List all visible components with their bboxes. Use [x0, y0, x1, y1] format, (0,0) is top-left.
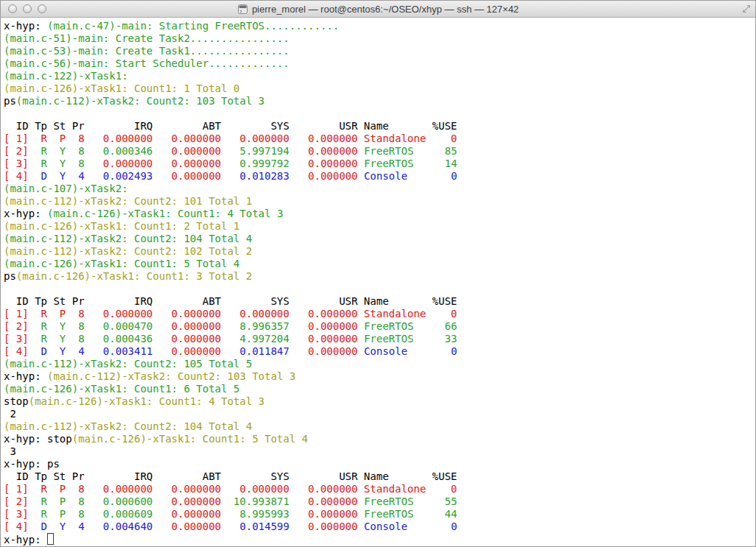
terminal-text-segment: 0.000000 — [290, 170, 358, 182]
terminal-line: [ 1] R P 8 0.000000 0.000000 0.000000 0.… — [4, 483, 755, 495]
terminal-text-segment: [ 3] — [4, 508, 29, 520]
terminal-text-segment: (main.c-126)-xTask1: Count1: 3 Total 2 — [16, 270, 252, 282]
terminal-text-segment: ps — [4, 95, 16, 107]
terminal-line: x-hyp: — [4, 533, 755, 546]
terminal-line: ID Tp St Pr IRQ ABT SYS USR Name %USE — [4, 295, 755, 308]
terminal-text-segment: ID Tp St Pr IRQ ABT SYS USR Name %USE — [4, 295, 457, 307]
terminal-text-segment: 0.000000 0.000000 — [85, 158, 221, 169]
terminal-line: [ 1] R P 8 0.000000 0.000000 0.000000 0.… — [4, 308, 755, 320]
terminal-text-segment: 10.993871 — [221, 495, 290, 507]
terminal-line: ps(main.c-126)-xTask1: Count1: 3 Total 2 — [4, 270, 755, 283]
window-title-area: pierre_morel — root@centos6:~/OSEO/xhyp … — [237, 4, 519, 15]
terminal-text-segment: (main.c-112)-xTask2: Count2: 104 Total 4 — [4, 233, 252, 244]
terminal-line: (main.c-51)-main: Create Task2..........… — [4, 32, 755, 45]
terminal-text-segment: Console 0 — [357, 520, 457, 532]
terminal-line: [ 3] R P 8 0.000609 0.000000 8.995993 0.… — [4, 508, 755, 520]
terminal-text-segment: 0.000000 — [153, 508, 221, 520]
terminal-text-segment: 0.000000 — [290, 320, 358, 332]
terminal-text-segment: 0.000000 — [290, 345, 358, 357]
terminal-line: [ 4] D Y 4 0.003411 0.000000 0.011847 0.… — [4, 345, 755, 358]
terminal-line: (main.c-122)-xTask1: — [4, 70, 755, 82]
terminal-text-segment: 0.000000 — [153, 320, 221, 332]
terminal-text-segment: (main.c-122)-xTask1: — [4, 70, 128, 82]
window-title: pierre_morel — root@centos6:~/OSEO/xhyp … — [252, 4, 519, 15]
terminal-line: (main.c-112)-xTask2: Count2: 105 Total 5 — [4, 358, 755, 370]
terminal-line: [ 2] R Y 8 0.000346 0.000000 5.997194 0.… — [4, 145, 755, 158]
terminal-text-segment: (main.c-126)-xTask1: Count1: 4 Total 3 — [29, 395, 265, 407]
terminal-text-segment: (main.c-107)-xTask2: — [4, 183, 128, 194]
terminal-text-segment: (main.c-53)-main: Create Task1..........… — [4, 45, 290, 57]
terminal-text-segment: (main.c-126)-xTask1: Count1: 1 Total 0 — [4, 82, 239, 94]
terminal-text-segment: ID Tp St Pr IRQ ABT SYS USR Name %USE — [4, 120, 457, 132]
terminal-line: [ 1] R P 8 0.000000 0.000000 0.000000 0.… — [4, 133, 755, 145]
terminal-text-segment: 8.996357 — [221, 320, 290, 332]
terminal-document-icon — [237, 4, 248, 15]
terminal-text-segment: Console 0 — [357, 170, 457, 182]
terminal-line: ps(main.c-112)-xTask2: Count2: 103 Total… — [4, 95, 755, 107]
terminal-text-segment: Console 0 — [357, 345, 457, 357]
terminal-line: (main.c-126)-xTask1: Count1: 6 Total 5 — [4, 383, 755, 395]
terminal-line: (main.c-112)-xTask2: Count2: 104 Total 4 — [4, 420, 755, 433]
terminal-text-segment: FreeRTOS 44 — [357, 508, 457, 520]
terminal-text-segment: 0.999792 — [221, 158, 290, 169]
terminal-text-segment: x-hyp: ps — [4, 458, 60, 470]
terminal-text-segment: 0.014599 — [221, 520, 290, 532]
terminal-line: x-hyp: (main.c-126)-xTask1: Count1: 4 To… — [4, 208, 755, 220]
terminal-line: (main.c-126)-xTask1: Count1: 1 Total 0 — [4, 82, 755, 95]
terminal-text-segment: R Y 8 0.000470 — [29, 320, 153, 332]
terminal-text-segment: [ 4] — [4, 170, 29, 182]
terminal-text-segment: [ 2] — [4, 145, 29, 157]
terminal-text-segment: (main.c-112)-xTask2: Count2: 101 Total 1 — [4, 195, 252, 207]
terminal-text-segment: FreeRTOS 55 — [357, 495, 457, 507]
title-bar[interactable]: pierre_morel — root@centos6:~/OSEO/xhyp … — [1, 1, 755, 18]
terminal-text-segment: (main.c-126)-xTask1: Count1: 5 Total 4 — [4, 258, 239, 269]
terminal-text-segment: 0.000000 — [290, 495, 358, 507]
terminal-text-segment: x-hyp: — [4, 534, 47, 546]
terminal-text-segment: (main.c-47)-main: Starting FreeRTOS.....… — [47, 20, 339, 32]
terminal-text-segment: R Y 8 0.000346 — [29, 145, 153, 157]
close-button[interactable] — [8, 4, 17, 13]
terminal-text-segment: ID Tp St Pr IRQ ABT SYS USR Name %USE — [4, 470, 457, 482]
terminal-text-segment: (main.c-112)-xTask2: Count2: 104 Total 4 — [4, 420, 252, 432]
terminal-line: [ 3] R Y 8 0.000000 0.000000 0.999792 0.… — [4, 158, 755, 170]
terminal-text-segment: 0.000000 — [290, 508, 358, 520]
terminal-line: (main.c-56)-main: Start Scheduler.......… — [4, 57, 755, 70]
terminal-text-segment: [ 4] — [4, 520, 29, 532]
terminal-text-segment: 5.997194 — [221, 145, 290, 157]
terminal-line — [4, 283, 755, 295]
terminal-text-segment: (main.c-112)-xTask2: Count2: 103 Total 3 — [47, 370, 295, 382]
terminal-text-segment: x-hyp: — [4, 20, 47, 32]
terminal-line: [ 2] R Y 8 0.000470 0.000000 8.996357 0.… — [4, 320, 755, 333]
terminal-text-segment: R Y 8 — [29, 158, 85, 169]
terminal-line: (main.c-107)-xTask2: — [4, 183, 755, 195]
terminal-text-segment: [ 4] — [4, 345, 29, 357]
terminal-text-segment: R Y 8 0.000436 — [29, 333, 153, 345]
terminal-line: [ 4] D Y 4 0.002493 0.000000 0.010283 0.… — [4, 170, 755, 183]
terminal-line: (main.c-126)-xTask1: Count1: 2 Total 1 — [4, 220, 755, 233]
terminal-text-segment: x-hyp: — [4, 208, 47, 219]
terminal-text-segment: (main.c-126)-xTask1: Count1: 2 Total 1 — [4, 220, 239, 232]
terminal-text-segment: R P 8 0.000600 — [29, 495, 153, 507]
terminal-text-segment: FreeRTOS 14 — [357, 158, 457, 169]
terminal-text-segment: D Y 4 0.003411 — [29, 345, 153, 357]
terminal-text-segment: 3 — [4, 445, 16, 457]
terminal-text-segment: R P 8 0.000609 — [29, 508, 153, 520]
terminal-text-segment: 0.010283 — [221, 170, 290, 182]
terminal-text-segment: 0.000000 — [153, 495, 221, 507]
terminal-text-segment: ps — [4, 270, 16, 282]
fullscreen-icon[interactable]: ⤢ — [743, 3, 750, 15]
terminal-line: [ 2] R P 8 0.000600 0.000000 10.993871 0… — [4, 495, 755, 508]
minimize-button[interactable] — [23, 4, 32, 13]
terminal-screen[interactable]: x-hyp: (main.c-47)-main: Starting FreeRT… — [1, 18, 755, 546]
terminal-text-segment: FreeRTOS 66 — [357, 320, 457, 332]
terminal-text-segment: 0.000000 — [153, 520, 221, 532]
zoom-button[interactable] — [38, 4, 46, 13]
terminal-text-segment: D Y 4 0.004640 — [29, 520, 153, 532]
terminal-text-segment: (main.c-112)-xTask2: Count2: 105 Total 5 — [4, 358, 252, 370]
window-controls — [8, 4, 46, 13]
terminal-line: (main.c-112)-xTask2: Count2: 101 Total 1 — [4, 195, 755, 208]
terminal-line: (main.c-53)-main: Create Task1..........… — [4, 45, 755, 57]
terminal-line: (main.c-112)-xTask2: Count2: 102 Total 2 — [4, 245, 755, 258]
terminal-text-segment: stop — [4, 395, 29, 407]
terminal-text-segment: 0.000000 — [153, 333, 221, 345]
